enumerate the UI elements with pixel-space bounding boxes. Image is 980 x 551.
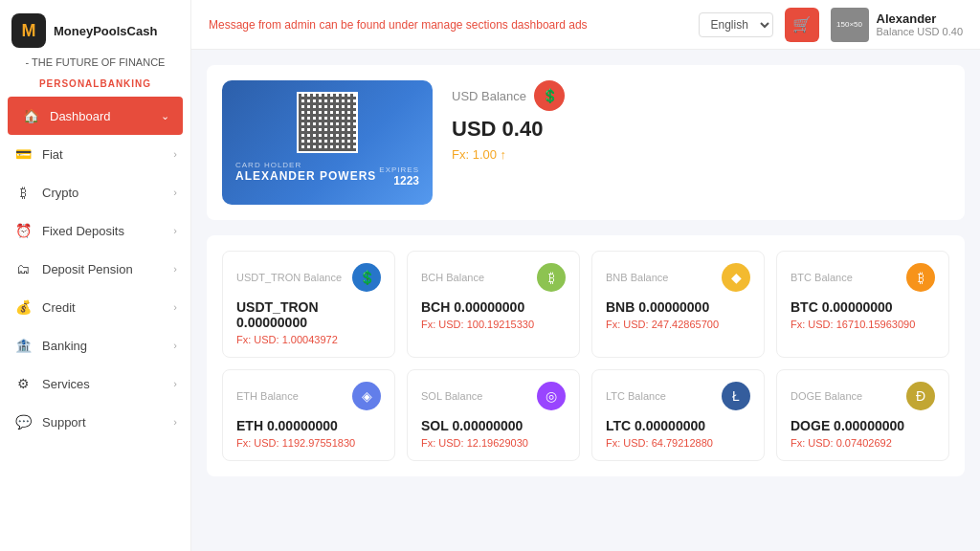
sidebar-label-fiat: Fiat: [42, 147, 173, 162]
crypto-fx-5: Fx: USD: 12.19629030: [421, 437, 566, 449]
usd-balance-title: USD Balance: [452, 89, 526, 103]
sidebar-label-banking: Banking: [42, 339, 173, 353]
crypto-amount-0: USDT_TRON 0.00000000: [236, 299, 381, 330]
crypto-fx-6: Fx: USD: 64.79212880: [606, 437, 750, 449]
crypto-amount-5: SOL 0.00000000: [421, 418, 566, 433]
usd-section: CARD HOLDER ALEXANDER POWERS EXPIRES 122…: [207, 65, 965, 220]
crypto-fx-3: Fx: USD: 16710.15963090: [791, 319, 935, 330]
usd-balance-info: USD Balance 💲 USD 0.40 Fx: 1.00 ↑: [452, 80, 565, 162]
crypto-icon-1: ₿: [537, 263, 566, 292]
crypto-icon-6: Ł: [722, 382, 750, 410]
crypto-title-2: BNB Balance: [606, 272, 668, 283]
usd-fx: Fx: 1.00 ↑: [452, 147, 565, 162]
content-area: CARD HOLDER ALEXANDER POWERS EXPIRES 122…: [191, 50, 980, 551]
user-details: Alexander Balance USD 0.40: [877, 11, 964, 37]
sidebar-label-crypto: Crypto: [42, 186, 173, 200]
sidebar-item-credit[interactable]: 💰 Credit ›: [0, 288, 190, 326]
crypto-amount-2: BNB 0.00000000: [606, 299, 750, 315]
crypto-card: ETH Balance ◈ ETH 0.00000000 Fx: USD: 11…: [222, 369, 395, 461]
crypto-title-6: LTC Balance: [606, 390, 666, 402]
crypto-card-header: BTC Balance ₿: [791, 263, 935, 292]
language-select[interactable]: English: [699, 12, 773, 37]
sidebar-icon-crypto: ₿: [13, 183, 33, 202]
crypto-icon-0: 💲: [352, 263, 381, 292]
crypto-title-4: ETH Balance: [236, 390, 299, 402]
crypto-icon-3: ₿: [906, 263, 935, 292]
sidebar-label-dashboard: Dashboard: [50, 109, 161, 123]
crypto-card-header: LTC Balance Ł: [606, 382, 750, 410]
crypto-icon-2: ◆: [722, 263, 750, 292]
sidebar-label-deposit-pension: Deposit Pension: [42, 262, 173, 276]
sidebar-item-deposit-pension[interactable]: 🗂 Deposit Pension ›: [0, 250, 190, 288]
card-qr: [297, 92, 358, 153]
crypto-card: USDT_TRON Balance 💲 USDT_TRON 0.00000000…: [222, 251, 395, 358]
sidebar-arrow-fixed-deposits: ›: [173, 225, 177, 236]
logo-icon: M: [11, 13, 46, 48]
crypto-amount-3: BTC 0.00000000: [791, 299, 935, 315]
crypto-amount-4: ETH 0.00000000: [236, 418, 381, 433]
crypto-card: BCH Balance ₿ BCH 0.00000000 Fx: USD: 10…: [407, 251, 580, 358]
sidebar-arrow-deposit-pension: ›: [173, 263, 177, 275]
sidebar-item-crypto[interactable]: ₿ Crypto ›: [0, 173, 190, 211]
user-name: Alexander: [877, 11, 964, 26]
sidebar-arrow-credit: ›: [173, 301, 177, 313]
admin-message: Message from admin can be found under ma…: [209, 18, 687, 32]
sidebar-icon-services: ⚙: [13, 374, 33, 393]
sidebar-item-services[interactable]: ⚙ Services ›: [0, 364, 190, 403]
card-visual: CARD HOLDER ALEXANDER POWERS EXPIRES 122…: [222, 80, 433, 205]
sidebar-section-label: PERSONALBANKING: [0, 73, 190, 97]
sidebar-item-support[interactable]: 💬 Support ›: [0, 403, 190, 441]
crypto-card: BNB Balance ◆ BNB 0.00000000 Fx: USD: 24…: [591, 251, 765, 358]
crypto-card-header: BNB Balance ◆: [606, 263, 750, 292]
sidebar-item-dashboard[interactable]: 🏠 Dashboard ⌄: [8, 97, 183, 135]
usd-amount: USD 0.40: [452, 117, 565, 142]
expires-label: EXPIRES: [379, 165, 419, 174]
crypto-icon-7: Ð: [906, 382, 935, 410]
sidebar-item-banking[interactable]: 🏦 Banking ›: [0, 326, 190, 364]
topbar: Message from admin can be found under ma…: [191, 0, 980, 50]
crypto-card: LTC Balance Ł LTC 0.00000000 Fx: USD: 64…: [591, 369, 765, 461]
crypto-icon-5: ◎: [537, 382, 566, 410]
crypto-card-header: USDT_TRON Balance 💲: [236, 263, 381, 292]
user-info: 150×50 Alexander Balance USD 0.40: [831, 8, 964, 42]
crypto-section: USDT_TRON Balance 💲 USDT_TRON 0.00000000…: [207, 235, 965, 476]
crypto-card: DOGE Balance Ð DOGE 0.00000000 Fx: USD: …: [776, 369, 949, 461]
crypto-card: BTC Balance ₿ BTC 0.00000000 Fx: USD: 16…: [776, 251, 949, 358]
sidebar-icon-dashboard: 🏠: [21, 106, 40, 125]
cart-button[interactable]: 🛒: [785, 8, 819, 42]
crypto-title-7: DOGE Balance: [791, 390, 862, 402]
sidebar-label-credit: Credit: [42, 300, 173, 315]
crypto-amount-7: DOGE 0.00000000: [791, 418, 935, 433]
sidebar-item-fiat[interactable]: 💳 Fiat ›: [0, 135, 190, 173]
sidebar-tagline: - THE FUTURE OF FINANCE: [0, 55, 190, 73]
sidebar-arrow-crypto: ›: [173, 187, 177, 198]
crypto-title-1: BCH Balance: [421, 272, 484, 283]
user-balance: Balance USD 0.40: [877, 26, 964, 37]
sidebar-icon-support: 💬: [13, 412, 33, 431]
sidebar: M MoneyPoolsCash - THE FUTURE OF FINANCE…: [0, 0, 191, 551]
sidebar-icon-banking: 🏦: [13, 336, 33, 355]
sidebar-arrow-fiat: ›: [173, 148, 177, 160]
sidebar-logo: M MoneyPoolsCash: [0, 0, 190, 55]
sidebar-item-fixed-deposits[interactable]: ⏰ Fixed Deposits ›: [0, 211, 190, 250]
sidebar-label-fixed-deposits: Fixed Deposits: [42, 224, 173, 238]
sidebar-icon-credit: 💰: [13, 298, 33, 317]
crypto-grid: USDT_TRON Balance 💲 USDT_TRON 0.00000000…: [222, 251, 949, 461]
sidebar-icon-deposit-pension: 🗂: [13, 259, 33, 278]
crypto-card-header: DOGE Balance Ð: [791, 382, 935, 410]
crypto-card-header: SOL Balance ◎: [421, 382, 566, 410]
sidebar-arrow-support: ›: [173, 416, 177, 428]
crypto-fx-0: Fx: USD: 1.00043972: [236, 334, 381, 345]
usd-icon: 💲: [534, 80, 565, 111]
sidebar-label-support: Support: [42, 415, 173, 430]
card-expires: EXPIRES 1223: [379, 165, 419, 187]
sidebar-label-services: Services: [42, 377, 173, 391]
crypto-card: SOL Balance ◎ SOL 0.00000000 Fx: USD: 12…: [407, 369, 580, 461]
crypto-title-5: SOL Balance: [421, 390, 482, 402]
sidebar-arrow-banking: ›: [173, 340, 177, 351]
sidebar-icon-fixed-deposits: ⏰: [13, 221, 33, 240]
logo-text: MoneyPoolsCash: [54, 24, 157, 38]
sidebar-nav: 🏠 Dashboard ⌄ 💳 Fiat › ₿ Crypto › ⏰ Fixe…: [0, 97, 190, 441]
crypto-amount-1: BCH 0.00000000: [421, 299, 566, 315]
crypto-fx-4: Fx: USD: 1192.97551830: [236, 437, 381, 449]
